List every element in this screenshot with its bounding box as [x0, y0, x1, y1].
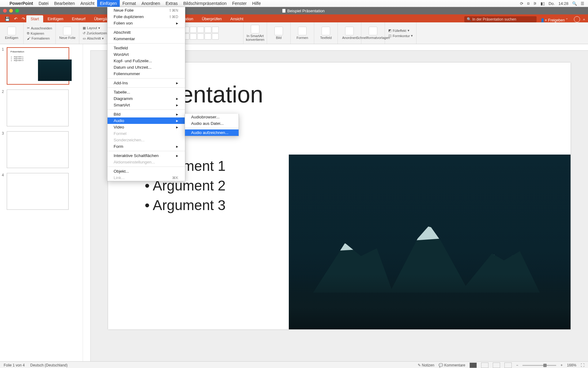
menu-item-objekt[interactable]: Objekt...	[107, 168, 185, 174]
menu-item-aktionseinstellungen: Aktionseinstellungen...	[107, 159, 185, 165]
audio-submenu: Audiobrowser... Audio aus Datei... Audio…	[185, 114, 239, 136]
menu-item-diagramm[interactable]: Diagramm	[107, 95, 185, 102]
tab-entwurf[interactable]: Entwurf	[68, 15, 90, 22]
zoom-in-button[interactable]: +	[560, 363, 563, 367]
menu-icon[interactable]: ☰	[581, 1, 584, 6]
insert-picture-button[interactable]: Bild	[267, 22, 291, 44]
insert-shapes-button[interactable]: Formen	[291, 22, 314, 44]
document-title: Beispiel Präsentation	[287, 9, 325, 13]
numbering-button[interactable]	[190, 27, 197, 33]
comments-button[interactable]: 💬 Kommentare	[439, 363, 465, 367]
spotlight-icon[interactable]: 🔍	[572, 1, 577, 6]
menu-item-foliennummer[interactable]: Foliennummer	[107, 71, 185, 77]
textbox-icon	[322, 27, 330, 35]
menu-item-interaktive-schaltflaechen[interactable]: Interaktive Schaltflächen	[107, 152, 185, 159]
tab-einfuegen[interactable]: Einfügen	[43, 15, 67, 22]
collapse-ribbon-icon[interactable]: ^	[580, 18, 588, 22]
clock-day[interactable]: Do.	[548, 1, 555, 6]
document-icon	[282, 9, 285, 13]
menu-item-video[interactable]: Video	[107, 124, 185, 130]
menu-item-folien-von[interactable]: Folien von	[107, 20, 185, 26]
notes-button[interactable]: ✎ Notizen	[418, 363, 434, 367]
menu-item-textfeld[interactable]: Textfeld	[107, 45, 185, 51]
slide-counter[interactable]: Folie 1 von 4	[4, 363, 25, 367]
thumbnail-slide-4[interactable]: 4	[2, 173, 78, 210]
insert-textbox-button[interactable]: Textfeld	[314, 22, 338, 44]
paste-button[interactable]: Einfügen	[0, 22, 24, 44]
tab-ueberpruefen[interactable]: Überprüfen	[198, 15, 226, 22]
menu-item-abschnitt[interactable]: Abschnitt	[107, 29, 185, 36]
sync-icon[interactable]: ⟳	[520, 1, 523, 6]
clock-time[interactable]: 14:28	[558, 1, 568, 6]
menu-item-kommentar[interactable]: Kommentar	[107, 36, 185, 42]
menu-fenster[interactable]: Fenster	[229, 0, 249, 7]
submenu-audio-aufzeichnen[interactable]: Audio aufzeichnen...	[185, 129, 239, 136]
copy-button[interactable]: ⧉ Kopieren	[26, 31, 53, 36]
menu-item-smartart[interactable]: SmartArt	[107, 102, 185, 108]
zoom-slider[interactable]	[522, 365, 556, 366]
reading-view-button[interactable]	[493, 362, 500, 368]
convert-smartart-button[interactable]: In SmartArt konvertieren	[243, 22, 267, 44]
layout-button[interactable]: ▦ Layout ▾	[82, 26, 108, 30]
menu-bildschirm[interactable]: Bildschirmpräsentation	[180, 0, 229, 7]
battery-icon[interactable]: ▮▯	[541, 1, 545, 6]
shape-outline-button[interactable]: ◫ Formkontur ▾	[387, 33, 414, 38]
menu-einfuegen[interactable]: Einfügen	[97, 0, 119, 7]
menu-item-kopf-fusszeile[interactable]: Kopf- und Fußzeile...	[107, 58, 185, 64]
mac-menubar: PowerPoint Datei Bearbeiten Ansicht Einf…	[0, 0, 588, 7]
slide-image[interactable]	[289, 155, 571, 329]
submenu-audio-aus-datei[interactable]: Audio aus Datei...	[185, 120, 239, 127]
format-painter-button[interactable]: 🖌 Formatieren	[26, 36, 53, 40]
ribbon-toolbar: Einfügen ✂ Ausschneiden ⧉ Kopieren 🖌 For…	[0, 22, 588, 44]
share-button[interactable]: 👤+ Freigeben ˅	[537, 18, 571, 22]
minimize-window-button[interactable]	[9, 9, 13, 13]
menu-extras[interactable]: Extras	[163, 0, 181, 7]
normal-view-button[interactable]	[469, 362, 477, 368]
search-field[interactable]: 🔍 In der Präsentation suchen	[464, 16, 537, 22]
quick-styles-button[interactable]: Schnellformatvorlagen	[361, 22, 385, 44]
wifi-icon[interactable]: ⚞	[533, 1, 537, 6]
menu-datei[interactable]: Datei	[36, 0, 51, 7]
feedback-icon[interactable]	[574, 16, 580, 22]
tab-start[interactable]: Start	[26, 15, 43, 22]
menu-ansicht[interactable]: Ansicht	[77, 0, 97, 7]
zoom-level[interactable]: 166%	[567, 363, 576, 367]
thumbnail-slide-2[interactable]: 2	[2, 90, 78, 126]
menu-item-bild[interactable]: Bild	[107, 111, 185, 117]
menu-bearbeiten[interactable]: Bearbeiten	[51, 0, 78, 7]
menu-item-addins[interactable]: Add-Ins	[107, 80, 185, 86]
sorter-view-button[interactable]	[481, 362, 488, 368]
dropbox-icon[interactable]: ⧈	[527, 1, 530, 6]
shape-fill-button[interactable]: ◩ Fülleffekt ▾	[387, 28, 414, 33]
qat-save-icon[interactable]: 💾	[5, 17, 10, 21]
thumbnail-slide-3[interactable]: 3	[2, 131, 78, 168]
slideshow-view-button[interactable]	[504, 362, 512, 368]
tab-ansicht[interactable]: Ansicht	[226, 15, 248, 22]
cut-button[interactable]: ✂ Ausschneiden	[26, 26, 53, 30]
app-name[interactable]: PowerPoint	[7, 0, 36, 7]
zoom-out-button[interactable]: −	[516, 363, 518, 367]
close-window-button[interactable]	[3, 9, 7, 13]
menu-format[interactable]: Format	[120, 0, 139, 7]
submenu-audiobrowser[interactable]: Audiobrowser...	[185, 114, 239, 120]
menu-item-tabelle[interactable]: Tabelle...	[107, 89, 185, 95]
qat-redo-icon[interactable]: ↷	[22, 17, 25, 21]
menu-anordnen[interactable]: Anordnen	[139, 0, 163, 7]
arrange-button[interactable]: Anordnen	[338, 22, 361, 44]
qat-undo-icon[interactable]: ↶	[14, 17, 17, 21]
menu-item-datum-uhrzeit[interactable]: Datum und Uhrzeit...	[107, 64, 185, 71]
new-slide-button[interactable]: Neue Folie	[56, 22, 79, 44]
menu-item-folie-duplizieren[interactable]: Folie duplizieren⇧⌘D	[107, 13, 185, 20]
language-indicator[interactable]: Deutsch (Deutschland)	[30, 363, 68, 367]
reset-button[interactable]: ↺ Zurücksetzen	[82, 31, 108, 36]
section-button[interactable]: ▭ Abschnitt ▾	[82, 36, 108, 41]
fit-to-window-button[interactable]: ⛶	[581, 363, 584, 367]
menu-item-audio[interactable]: Audio	[107, 117, 185, 124]
menu-item-wordart[interactable]: WordArt	[107, 51, 185, 58]
thumbnail-slide-1[interactable]: 1 Präsentation Argument 1 Argument 2 Arg…	[2, 47, 78, 85]
menu-item-form[interactable]: Form	[107, 143, 185, 150]
menu-item-link: Link...⌘K	[107, 174, 185, 181]
menu-hilfe[interactable]: Hilfe	[249, 0, 263, 7]
menu-item-neue-folie[interactable]: Neue Folie⇧⌘N	[107, 7, 185, 13]
zoom-window-button[interactable]	[15, 9, 19, 13]
